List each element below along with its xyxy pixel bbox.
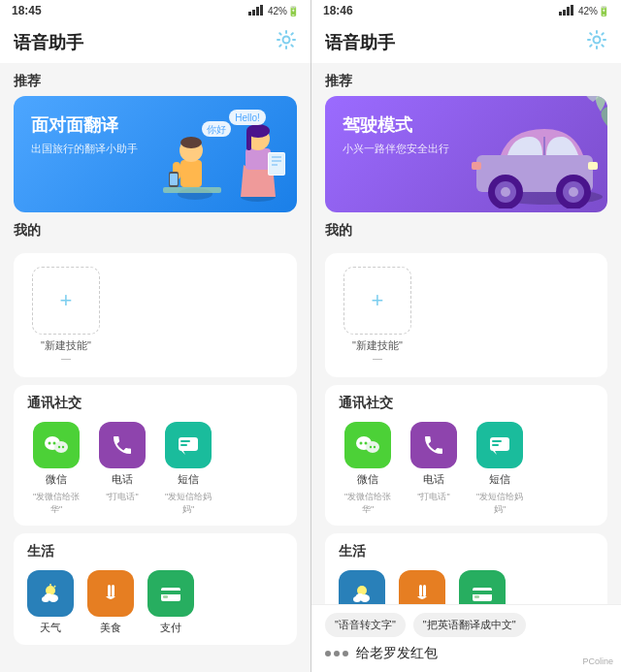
right-add-skill-label: "新建技能" (352, 338, 403, 353)
voice-text-display: 给老罗发红包 (356, 645, 607, 662)
svg-rect-45 (163, 595, 168, 598)
svg-rect-0 (248, 12, 251, 16)
left-banner-illus: 你好 Hello! (151, 96, 297, 212)
left-wechat-item[interactable]: 微信 "发微信给张华" (27, 422, 85, 516)
right-banner[interactable]: 驾驶模式 小兴一路伴您安全出行 (325, 96, 607, 212)
right-add-skill-button[interactable]: + (343, 267, 411, 335)
left-panel: 18:45 42%🔋 语音助手 推荐 面对面翻译 出国旅行的翻译小助手 (0, 0, 310, 672)
left-status-icons: 42%🔋 (248, 5, 299, 17)
svg-text:Hello!: Hello! (235, 112, 260, 123)
left-status-bar: 18:45 42%🔋 (0, 0, 310, 21)
svg-point-4 (283, 37, 290, 44)
right-life-row: 天气 美食 (339, 570, 594, 604)
svg-point-38 (42, 596, 49, 602)
left-wechat-hint: "发微信给张华" (27, 491, 85, 516)
left-weather-item[interactable]: 天气 (27, 570, 74, 635)
right-phone-icon (410, 422, 457, 468)
right-sms-label: 短信 (489, 472, 510, 487)
right-banner-illus (457, 96, 607, 212)
svg-point-72 (360, 594, 370, 602)
left-add-skill-button[interactable]: + (32, 267, 100, 335)
dot-2 (334, 651, 340, 656)
svg-point-66 (370, 446, 372, 448)
svg-rect-47 (563, 10, 566, 16)
right-recommended-label: 推荐 (311, 63, 621, 96)
svg-point-37 (49, 594, 58, 602)
left-time: 18:45 (12, 4, 42, 17)
right-sms-hint: "发短信给妈妈" (471, 491, 529, 516)
svg-rect-1 (252, 10, 255, 16)
right-pay-icon (459, 570, 506, 604)
dot-3 (343, 651, 348, 656)
right-wechat-item[interactable]: 微信 "发微信给张华" (339, 422, 397, 516)
svg-point-8 (180, 137, 202, 148)
right-social-row: 微信 "发微信给张华" 电话 "打电话" (339, 422, 594, 516)
right-wechat-label: 微信 (357, 472, 378, 487)
left-pay-item[interactable]: 支付 (147, 570, 194, 635)
svg-rect-35 (180, 444, 187, 446)
svg-rect-69 (492, 440, 502, 442)
svg-point-28 (54, 441, 68, 453)
left-my-label: 我的 (0, 212, 310, 245)
dot-1 (325, 651, 331, 656)
left-sms-icon (165, 422, 212, 468)
right-life-section: 生活 天气 (325, 533, 607, 604)
left-phone-label: 电话 (112, 472, 133, 487)
left-sms-hint: "发短信给妈妈" (159, 491, 217, 516)
svg-point-67 (374, 446, 376, 448)
right-pay-item[interactable]: 支付 (459, 570, 506, 604)
left-food-icon (87, 570, 134, 617)
svg-rect-70 (492, 444, 499, 446)
svg-point-29 (49, 442, 51, 445)
svg-rect-34 (180, 440, 190, 442)
left-sms-item[interactable]: 短信 "发短信给妈妈" (159, 422, 217, 516)
svg-rect-44 (161, 591, 180, 594)
left-banner[interactable]: 面对面翻译 出国旅行的翻译小助手 (14, 96, 297, 212)
left-wechat-icon (33, 422, 80, 468)
voice-dots (325, 651, 348, 656)
svg-point-63 (366, 441, 379, 453)
right-my-section: + "新建技能" — (325, 253, 607, 377)
left-battery: 42%🔋 (268, 6, 299, 16)
left-wechat-label: 微信 (46, 472, 67, 487)
svg-rect-26 (163, 187, 221, 193)
right-life-title: 生活 (339, 543, 594, 560)
right-sms-item[interactable]: 短信 "发短信给妈妈" (471, 422, 529, 516)
right-add-skill-sub: — (373, 353, 382, 364)
left-scroll: 推荐 面对面翻译 出国旅行的翻译小助手 (0, 63, 310, 672)
chip-translate[interactable]: "把英语翻译成中文" (413, 613, 526, 637)
chip-voice-text[interactable]: "语音转文字" (325, 613, 406, 637)
right-weather-item[interactable]: 天气 (339, 570, 385, 604)
left-social-section: 通讯社交 微信 "发微信给张华" (14, 385, 297, 526)
right-time: 18:46 (323, 4, 353, 17)
left-pay-label: 支付 (160, 621, 181, 635)
left-food-item[interactable]: 美食 (87, 570, 134, 635)
left-recommended-label: 推荐 (0, 63, 310, 96)
right-banner-title: 驾驶模式 (343, 113, 449, 137)
right-status-bar: 18:46 42%🔋 (311, 0, 621, 21)
left-gear-icon[interactable] (276, 29, 297, 55)
right-food-item[interactable]: 美食 (399, 570, 445, 604)
svg-point-65 (365, 442, 368, 445)
right-panel: 18:46 42%🔋 语音助手 推荐 驾驶模式 小兴一路伴您安全出行 (310, 0, 621, 672)
left-add-skill-label: "新建技能" (41, 338, 91, 353)
svg-point-64 (360, 442, 363, 445)
right-banner-text: 驾驶模式 小兴一路伴您安全出行 (343, 113, 449, 156)
left-phone-hint: "打电话" (106, 491, 138, 503)
svg-point-32 (62, 446, 64, 448)
left-weather-icon (27, 570, 74, 617)
left-my-section: + "新建技能" — (14, 253, 297, 377)
left-phone-item[interactable]: 电话 "打电话" (99, 422, 146, 516)
svg-rect-61 (472, 162, 481, 170)
right-phone-item[interactable]: 电话 "打电话" (410, 422, 457, 516)
svg-point-30 (53, 442, 56, 445)
svg-rect-48 (567, 7, 570, 16)
left-social-title: 通讯社交 (27, 395, 283, 412)
left-header: 语音助手 (0, 21, 310, 63)
right-gear-icon[interactable] (586, 29, 607, 55)
svg-point-73 (353, 596, 361, 602)
svg-point-50 (594, 37, 601, 44)
right-banner-sub: 小兴一路伴您安全出行 (343, 142, 449, 156)
left-weather-label: 天气 (40, 621, 61, 635)
right-suggestion-chips: "语音转文字" "把英语翻译成中文" (325, 613, 607, 637)
